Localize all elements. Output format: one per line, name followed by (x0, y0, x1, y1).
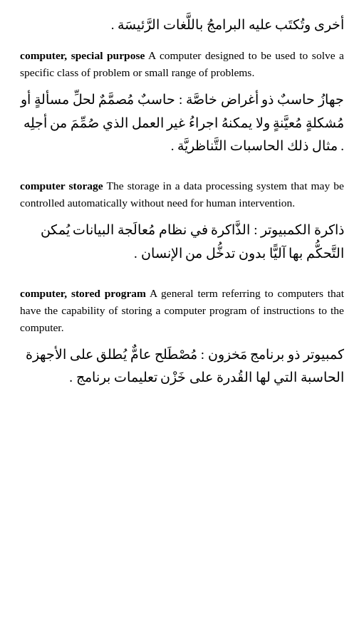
entry-arabic-computer-stored-program: كمبيوتر ذو برنامج مَخزون : مُصْطَلح عامٌ… (20, 343, 344, 390)
entry-english-computer-special-purpose: computer, special purpose A computer des… (20, 47, 344, 81)
entry-computer-special-purpose: computer, special purpose A computer des… (20, 47, 344, 157)
entry-term-computer-stored-program: computer, stored program (20, 287, 146, 299)
entry-computer-storage: computer storage The storage in a data p… (20, 177, 344, 265)
entry-term-computer-storage: computer storage (20, 179, 103, 192)
divider-2 (20, 275, 344, 285)
entry-arabic-computer-storage: ذاكرة الكمبيوتر : الذَّاكرة في نظام مُعا… (20, 219, 344, 265)
entry-term-computer-special-purpose: computer, special purpose (20, 49, 145, 61)
entry-computer-stored-program: computer, stored program A general term … (20, 285, 344, 390)
entry-english-computer-stored-program: computer, stored program A general term … (20, 285, 344, 336)
divider-1 (20, 167, 344, 177)
entry-arabic-computer-special-purpose: جهازُ حاسبٌ ذو أغراض خاصَّة : حاسبٌ مُصم… (20, 88, 344, 157)
entry-english-computer-storage: computer storage The storage in a data p… (20, 177, 344, 212)
arabic-top-text: أخرى وتُكتَب عليه البرامجُ باللَّغات الر… (20, 14, 344, 36)
